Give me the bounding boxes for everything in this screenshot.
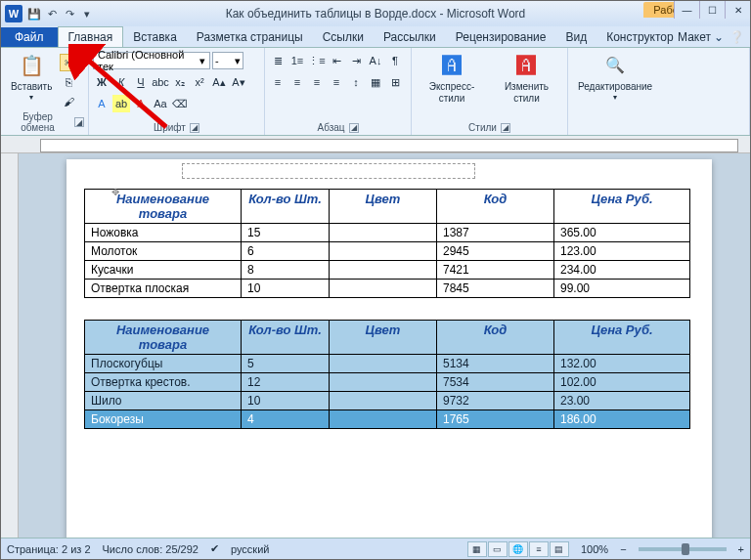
view-mode-buttons: ▦ ▭ 🌐 ≡ ▤: [467, 541, 569, 557]
tab-insert[interactable]: Вставка: [123, 27, 187, 47]
table-row[interactable]: Плоскогубцы55134132.00: [85, 355, 690, 373]
clipboard-label: Буфер обмена: [5, 111, 70, 133]
paragraph-dialog-icon[interactable]: ◢: [349, 123, 359, 133]
quick-styles-icon: 🅰: [438, 52, 465, 79]
copy-button[interactable]: ⎘: [60, 73, 77, 91]
chevron-down-icon: ▾: [199, 55, 205, 67]
view-fullscreen[interactable]: ▭: [488, 541, 508, 557]
status-language[interactable]: русский: [231, 543, 269, 555]
zoom-out-button[interactable]: −: [620, 543, 626, 555]
increase-indent-button[interactable]: ⇥: [347, 52, 365, 69]
page-scroll[interactable]: ✥ Наименование товара Кол-во Шт. Цвет Ко…: [19, 153, 750, 538]
file-tab[interactable]: Файл: [1, 27, 58, 47]
group-paragraph: ≣ 1≡ ⋮≡ ⇤ ⇥ A↓ ¶ ≡ ≡ ≡ ≡ ↕ ▦ ⊞: [265, 48, 412, 135]
view-draft[interactable]: ▤: [550, 541, 569, 557]
tab-view[interactable]: Вид: [555, 27, 596, 47]
subscript-button[interactable]: x₂: [171, 73, 189, 91]
chevron-down-icon: ▾: [613, 93, 617, 103]
save-icon[interactable]: 💾: [26, 6, 42, 22]
change-case-button[interactable]: Aa: [152, 95, 169, 112]
tab-home[interactable]: Главная: [58, 26, 124, 47]
maximize-button[interactable]: ☐: [699, 1, 725, 19]
multilevel-button[interactable]: ⋮≡: [308, 52, 326, 69]
editing-button[interactable]: 🔍 Редактирование ▾: [572, 50, 658, 105]
table-row[interactable]: Отвертка плоская10784599.00: [85, 280, 690, 298]
paste-button[interactable]: 📋 Вставить ▾: [5, 50, 58, 105]
justify-button[interactable]: ≡: [328, 73, 345, 91]
clear-format-button[interactable]: ⌫: [171, 95, 189, 112]
align-right-button[interactable]: ≡: [308, 73, 326, 91]
status-page[interactable]: Страница: 2 из 2: [7, 543, 91, 555]
table-1[interactable]: Наименование товара Кол-во Шт. Цвет Код …: [84, 189, 690, 298]
tab-table-layout[interactable]: Макет: [668, 27, 721, 47]
redo-icon[interactable]: ↷: [62, 6, 77, 22]
shrink-font-button[interactable]: A▾: [230, 73, 247, 91]
th-qty: Кол-во Шт.: [242, 321, 330, 355]
view-web[interactable]: 🌐: [508, 541, 528, 557]
table-row[interactable]: Бокорезы41765186.00: [85, 410, 690, 429]
minimize-ribbon-icon[interactable]: ⌄: [714, 30, 724, 44]
undo-icon[interactable]: ↶: [44, 6, 60, 22]
view-outline[interactable]: ≡: [529, 541, 549, 557]
font-size-select[interactable]: -▾: [212, 52, 243, 69]
zoom-slider[interactable]: [639, 547, 727, 551]
table-2[interactable]: Наименование товара Кол-во Шт. Цвет Код …: [84, 320, 690, 429]
tab-mailings[interactable]: Рассылки: [374, 27, 446, 47]
font-color-button[interactable]: A: [132, 95, 150, 112]
table-row[interactable]: Шило10973223.00: [85, 392, 690, 410]
table-anchor-icon[interactable]: ✥: [111, 187, 119, 197]
bold-button[interactable]: Ж: [93, 73, 110, 91]
sort-button[interactable]: A↓: [367, 52, 384, 69]
table-row[interactable]: Кусачки87421234.00: [85, 261, 690, 280]
table-row[interactable]: Ножовка151387365.00: [85, 224, 690, 242]
quick-styles-button[interactable]: 🅰 Экспресс-стили: [416, 50, 488, 107]
underline-button[interactable]: Ч: [132, 73, 150, 91]
proofing-icon[interactable]: ✔: [210, 542, 219, 555]
app-window: W 💾 ↶ ↷ ▾ Как объединить таблицы в Ворде…: [0, 0, 751, 560]
numbering-button[interactable]: 1≡: [288, 52, 306, 69]
font-dialog-icon[interactable]: ◢: [190, 123, 199, 133]
text-effects-button[interactable]: A: [93, 95, 110, 112]
paste-dropdown-icon[interactable]: ▾: [29, 93, 33, 103]
grow-font-button[interactable]: A▴: [210, 73, 228, 91]
zoom-level[interactable]: 100%: [581, 543, 608, 555]
group-editing: 🔍 Редактирование ▾: [568, 48, 750, 135]
tab-layout[interactable]: Разметка страницы: [187, 27, 313, 47]
cut-button[interactable]: ✂: [60, 54, 77, 71]
tab-references[interactable]: Ссылки: [313, 27, 374, 47]
shading-button[interactable]: ▦: [367, 73, 384, 91]
view-print-layout[interactable]: ▦: [467, 541, 487, 557]
italic-button[interactable]: К: [112, 73, 130, 91]
show-marks-button[interactable]: ¶: [386, 52, 404, 69]
th-price: Цена Руб.: [554, 321, 690, 355]
help-icon[interactable]: ❔: [729, 30, 744, 44]
format-painter-button[interactable]: 🖌: [60, 93, 77, 110]
decrease-indent-button[interactable]: ⇤: [328, 52, 345, 69]
strike-button[interactable]: abc: [152, 73, 169, 91]
qat-more-icon[interactable]: ▾: [79, 6, 95, 22]
close-button[interactable]: ✕: [725, 1, 750, 19]
paste-icon: 📋: [18, 52, 45, 79]
align-left-button[interactable]: ≡: [269, 73, 287, 91]
ruler-horizontal[interactable]: [1, 136, 750, 153]
superscript-button[interactable]: x²: [191, 73, 208, 91]
highlight-button[interactable]: ab: [112, 95, 130, 112]
table-row[interactable]: Отвертка крестов.127534102.00: [85, 373, 690, 392]
borders-button[interactable]: ⊞: [386, 73, 404, 91]
table-row[interactable]: Молоток62945123.00: [85, 242, 690, 261]
th-price: Цена Руб.: [554, 190, 690, 224]
styles-dialog-icon[interactable]: ◢: [501, 123, 510, 133]
minimize-button[interactable]: —: [674, 1, 699, 19]
ruler-vertical[interactable]: [1, 153, 19, 538]
zoom-in-button[interactable]: +: [738, 543, 744, 555]
change-styles-button[interactable]: 🅰 Изменить стили: [490, 50, 563, 107]
clipboard-dialog-icon[interactable]: ◢: [74, 117, 84, 127]
align-center-button[interactable]: ≡: [288, 73, 306, 91]
line-spacing-button[interactable]: ↕: [347, 73, 365, 91]
status-words[interactable]: Число слов: 25/292: [103, 543, 199, 555]
font-name-select[interactable]: Calibri (Основной тек▾: [93, 52, 210, 69]
word-app-icon: W: [5, 5, 22, 22]
bullets-button[interactable]: ≣: [269, 52, 287, 69]
window-controls: — ☐ ✕: [674, 1, 750, 19]
tab-review[interactable]: Рецензирование: [446, 27, 556, 47]
